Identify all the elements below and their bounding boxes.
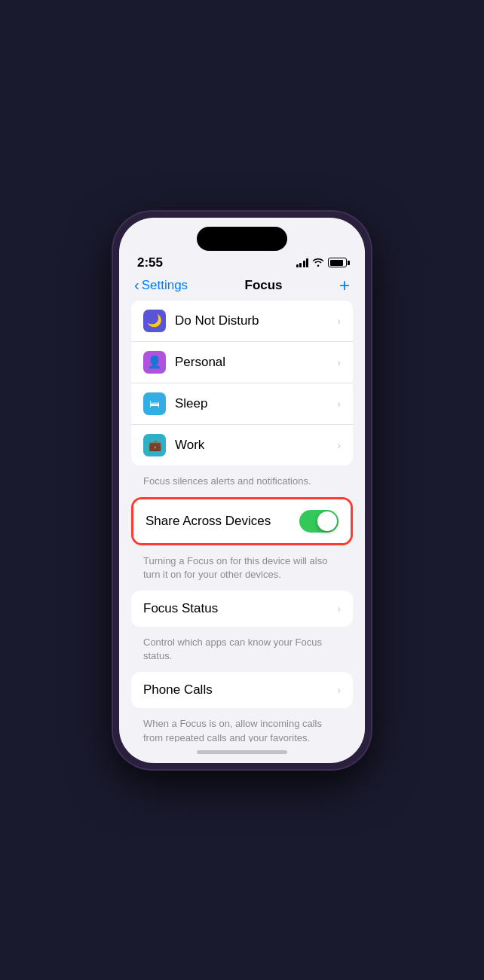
home-indicator [119,742,365,763]
do-not-disturb-label: Do Not Disturb [175,313,337,328]
focus-list-caption: Focus silences alerts and notifications. [131,470,353,497]
status-time: 2:55 [137,255,163,270]
sleep-icon: 🛏 [143,392,166,415]
phone-calls-label: Phone Calls [143,682,337,698]
share-section: Share Across Devices [131,497,353,545]
personal-icon: 👤 [143,351,166,374]
focus-status-label: Focus Status [143,601,337,616]
do-not-disturb-icon: 🌙 [143,310,166,332]
personal-label: Personal [175,355,337,370]
back-chevron-icon: ‹ [134,276,139,294]
work-label: Work [175,438,337,453]
do-not-disturb-chevron-icon: › [337,315,341,327]
toggle-knob [317,511,337,531]
focus-status-caption: Control which apps can know your Focus s… [131,631,353,672]
battery-fill [330,260,343,266]
content-area: 🌙 Do Not Disturb › 👤 Personal › 🛏 [119,301,365,742]
focus-item-sleep[interactable]: 🛏 Sleep › [131,383,353,425]
work-icon: 💼 [143,434,166,456]
home-bar [197,750,287,754]
share-label: Share Across Devices [146,514,299,529]
work-chevron-icon: › [337,439,341,451]
share-toggle[interactable] [299,510,338,533]
status-bar: 2:55 [119,251,365,273]
share-caption: Turning a Focus on for this device will … [131,550,353,591]
signal-icon [296,258,309,267]
nav-bar: ‹ Settings Focus + [119,273,365,301]
wifi-icon [312,257,324,269]
personal-chevron-icon: › [337,356,341,368]
phone-screen: 2:55 [119,218,365,763]
focus-list: 🌙 Do Not Disturb › 👤 Personal › 🛏 [131,301,353,466]
phone-calls-chevron-icon: › [337,684,341,696]
focus-status-row[interactable]: Focus Status › [131,591,353,627]
phone-calls-row[interactable]: Phone Calls › [131,672,353,708]
share-row: Share Across Devices [133,499,351,543]
sleep-label: Sleep [175,396,337,411]
back-button[interactable]: ‹ Settings [134,276,188,294]
status-icons [296,257,348,269]
phone-shell: 2:55 [113,212,371,769]
sleep-chevron-icon: › [337,398,341,410]
focus-item-personal[interactable]: 👤 Personal › [131,342,353,383]
battery-icon [328,258,347,267]
add-focus-button[interactable]: + [339,276,350,295]
dynamic-island [197,227,287,251]
focus-status-chevron-icon: › [337,603,341,615]
phone-calls-caption: When a Focus is on, allow incoming calls… [131,713,353,741]
focus-item-do-not-disturb[interactable]: 🌙 Do Not Disturb › [131,301,353,342]
back-label: Settings [142,278,188,293]
focus-item-work[interactable]: 💼 Work › [131,425,353,466]
page-title: Focus [245,278,283,293]
